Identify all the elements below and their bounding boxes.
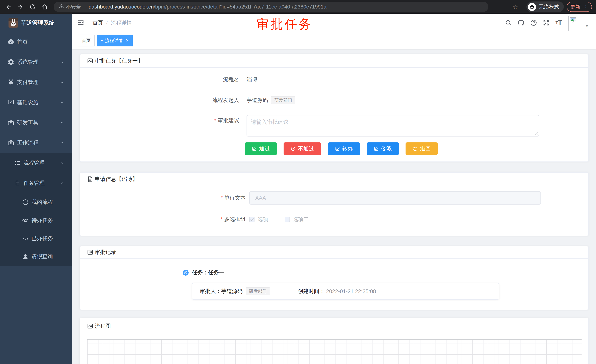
clock-badge-icon xyxy=(183,270,189,276)
browser-menu-icon[interactable]: ⋮ xyxy=(583,4,589,10)
sidebar-item-infrastructure[interactable]: 基础设施 xyxy=(0,92,72,112)
breadcrumb-current: 流程详情 xyxy=(111,19,132,26)
approval-record-item: 审批人： 芋道源码 研发部门 创建时间： 2022-01-21 22:35:08 xyxy=(192,283,499,300)
security-label: 不安全 xyxy=(66,4,81,10)
github-button[interactable] xyxy=(517,19,525,26)
approve-button[interactable]: 通过 xyxy=(245,142,277,155)
approval-record-card-header: 审批记录 xyxy=(80,246,588,259)
sidebar-item-done-tasks[interactable]: 已办任务 xyxy=(0,229,72,248)
fullscreen-icon xyxy=(543,19,550,26)
url-host: dashboard.yudao.iocoder.cn xyxy=(89,4,154,10)
created-time-value: 2022-01-21 22:35:08 xyxy=(326,288,376,294)
chevron-down-icon xyxy=(60,100,64,105)
bookmark-star-icon[interactable]: ☆ xyxy=(512,3,518,11)
chevron-up-icon xyxy=(60,141,64,145)
search-button[interactable] xyxy=(505,19,512,26)
fullscreen-button[interactable] xyxy=(543,19,550,26)
sidebar-item-workflow[interactable]: 工作流程 xyxy=(0,133,72,153)
edit-icon xyxy=(335,146,340,151)
eye-closed-icon xyxy=(22,235,29,242)
broken-image-icon xyxy=(570,17,577,26)
picture-icon xyxy=(87,58,93,64)
home-button[interactable] xyxy=(41,3,49,11)
avatar-caret-icon[interactable]: ▾ xyxy=(586,23,588,29)
app-title: 芋道管理系统 xyxy=(21,19,54,27)
sidebar-item-leave-query[interactable]: 请假查询 xyxy=(0,248,72,266)
tab-home[interactable]: 首页 xyxy=(78,35,95,46)
sidebar-collapse-button[interactable] xyxy=(77,19,85,27)
picture-icon xyxy=(87,323,93,329)
breadcrumb-separator: / xyxy=(106,20,108,26)
circle-close-icon xyxy=(291,146,296,151)
font-size-button[interactable]: TT xyxy=(555,19,562,26)
return-button[interactable]: 退回 xyxy=(406,142,438,155)
reload-button[interactable] xyxy=(29,3,37,11)
edit-icon xyxy=(374,146,379,151)
url-bar[interactable]: 不安全 dashboard.yudao.iocoder.cn/bpm/proce… xyxy=(54,2,488,12)
sidebar-item-home[interactable]: 首页 xyxy=(0,32,72,52)
avatar[interactable] xyxy=(568,16,583,31)
header-actions: TT xyxy=(505,14,562,32)
active-dot-icon: ● xyxy=(101,39,103,42)
refresh-left-icon xyxy=(413,146,418,151)
process-diagram-card: 流程图 xyxy=(80,318,589,364)
app-header: 首页 / 流程详情 TT ▾ xyxy=(72,14,596,32)
transfer-button[interactable]: 转办 xyxy=(328,142,360,155)
timeline-task-row: 任务：任务一 xyxy=(80,269,588,276)
assignee-name: 芋道源码 xyxy=(221,288,243,295)
delegate-button[interactable]: 委派 xyxy=(367,142,399,155)
sidebar-item-todo-tasks[interactable]: 待办任务 xyxy=(0,211,72,229)
page-content: 审批任务【任务一】 流程名 滔博 流程发起人 芋道源码 研发部门 *审批建议 xyxy=(72,49,596,364)
app-logo xyxy=(8,18,18,28)
reject-button[interactable]: 不通过 xyxy=(283,142,321,155)
chevron-down-icon xyxy=(60,60,64,64)
back-button[interactable] xyxy=(4,3,12,11)
help-button[interactable] xyxy=(530,19,537,26)
gear-icon xyxy=(7,59,15,66)
url-path: /bpm/process-instance/detail?id=54aa251f… xyxy=(154,4,327,10)
single-text-label: *单行文本 xyxy=(80,194,246,202)
close-tab-icon[interactable]: × xyxy=(126,37,129,43)
process-name-row: 流程名 滔博 xyxy=(80,74,588,85)
required-asterisk: * xyxy=(221,216,223,222)
annotation-text: 审批任务 xyxy=(256,16,313,33)
breadcrumb-home[interactable]: 首页 xyxy=(93,19,103,26)
approval-task-card: 审批任务【任务一】 流程名 滔博 流程发起人 芋道源码 研发部门 *审批建议 xyxy=(80,54,589,162)
tab-process-detail[interactable]: ● 流程详情 × xyxy=(97,35,133,46)
sidebar: 芋道管理系统 首页 系统管理 支付管理 基础设施 研发工具 工作流程 流程管理 xyxy=(0,14,72,364)
created-time-label: 创建时间： xyxy=(298,288,325,295)
required-asterisk: * xyxy=(221,195,223,201)
forward-icon xyxy=(17,4,24,10)
sidebar-item-system[interactable]: 系统管理 xyxy=(0,52,72,72)
forward-button[interactable] xyxy=(16,3,24,11)
card-title: 流程图 xyxy=(95,322,111,330)
hamburger-fold-icon xyxy=(77,19,84,26)
sidebar-item-dev-tools[interactable]: 研发工具 xyxy=(0,112,72,133)
org-tree-icon xyxy=(15,180,21,186)
opinion-textarea[interactable] xyxy=(247,116,539,136)
process-diagram-card-header: 流程图 xyxy=(80,318,588,335)
resize-grip-icon[interactable] xyxy=(535,132,538,135)
bpmn-grid-canvas[interactable] xyxy=(87,339,581,364)
single-text-input xyxy=(249,191,541,204)
workflow-submenu: 流程管理 任务管理 我的流程 待办任务 已办任务 请假查询 xyxy=(0,153,72,266)
reload-icon xyxy=(29,4,36,10)
browser-update-button[interactable]: 更新 ⋮ xyxy=(567,2,592,12)
list-tree-icon xyxy=(15,160,21,166)
opinion-label: *审批建议 xyxy=(80,115,239,124)
chevron-down-icon xyxy=(60,161,64,165)
dashboard-icon xyxy=(7,38,15,45)
sidebar-item-my-process[interactable]: 我的流程 xyxy=(0,193,72,211)
font-size-big-icon: T xyxy=(558,20,562,26)
card-title: 审批记录 xyxy=(95,248,116,256)
edit-icon xyxy=(252,146,257,151)
font-size-small-icon: T xyxy=(555,20,558,25)
sidebar-item-process-management[interactable]: 流程管理 xyxy=(0,153,72,173)
opinion-textarea-wrapper xyxy=(246,115,539,137)
sidebar-item-payment[interactable]: 支付管理 xyxy=(0,72,72,92)
user-icon xyxy=(22,253,29,260)
chevron-up-icon xyxy=(60,181,64,185)
breadcrumb: 首页 / 流程详情 xyxy=(93,19,132,26)
sidebar-item-task-management[interactable]: 任务管理 xyxy=(0,173,72,193)
approval-task-card-header: 审批任务【任务一】 xyxy=(80,54,588,68)
